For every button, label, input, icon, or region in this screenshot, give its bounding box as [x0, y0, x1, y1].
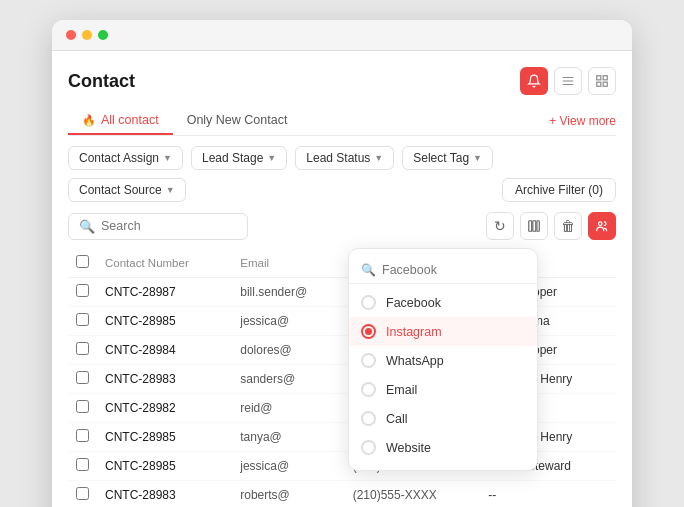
page-title: Contact: [68, 71, 135, 92]
contact-tabs: 🔥 All contact Only New Contact + View mo…: [68, 107, 616, 136]
notification-button[interactable]: [520, 67, 548, 95]
row-checkbox[interactable]: [76, 342, 89, 355]
grid-view-button[interactable]: [588, 67, 616, 95]
col-contact-number: Contact Number: [97, 248, 232, 278]
contact-number-cell: CNTC-28983: [97, 365, 232, 394]
app-window: Contact: [52, 20, 632, 507]
contact-number-cell: CNTC-28985: [97, 307, 232, 336]
dropdown-item-label: WhatsApp: [386, 354, 444, 368]
contact-number-cell: CNTC-28985: [97, 423, 232, 452]
table-wrapper: Contact Number Email Phone Assign To CNT…: [68, 248, 616, 507]
minimize-dot[interactable]: [82, 30, 92, 40]
chevron-down-icon: ▼: [163, 153, 172, 163]
filters-bar: Contact Assign ▼ Lead Stage ▼ Lead Statu…: [68, 146, 616, 202]
refresh-button[interactable]: ↻: [486, 212, 514, 240]
table-row: CNTC-28983 roberts@ (210)555-XXXX --: [68, 481, 616, 508]
assign-cell: --: [480, 481, 616, 508]
row-checkbox[interactable]: [76, 313, 89, 326]
dropdown-item-facebook[interactable]: Facebook: [349, 288, 537, 317]
view-more-link[interactable]: + View more: [549, 114, 616, 128]
filter-columns-button[interactable]: [520, 212, 548, 240]
dropdown-item-label: Facebook: [386, 296, 441, 310]
lead-stage-filter[interactable]: Lead Stage ▼: [191, 146, 287, 170]
dropdown-item-label: Email: [386, 383, 417, 397]
toolbar: 🔍 ↻ 🗑: [68, 212, 616, 240]
tab-all-contact[interactable]: 🔥 All contact: [68, 107, 173, 135]
dropdown-item-call[interactable]: Call: [349, 404, 537, 433]
dropdown-item-whatsapp[interactable]: WhatsApp: [349, 346, 537, 375]
maximize-dot[interactable]: [98, 30, 108, 40]
titlebar: [52, 20, 632, 51]
contact-number-cell: CNTC-28983: [97, 481, 232, 508]
chevron-down-icon: ▼: [374, 153, 383, 163]
bell-icon: [527, 74, 541, 88]
contact-assign-filter[interactable]: Contact Assign ▼: [68, 146, 183, 170]
svg-rect-5: [597, 82, 601, 86]
select-all-checkbox[interactable]: [76, 255, 89, 268]
radio-circle: [361, 411, 376, 426]
contact-source-dropdown: 🔍 Facebook Instagram WhatsApp Email Call: [348, 248, 538, 471]
row-checkbox[interactable]: [76, 429, 89, 442]
email-cell: bill.sender@: [232, 278, 344, 307]
dropdown-item-instagram[interactable]: Instagram: [349, 317, 537, 346]
svg-point-10: [599, 222, 603, 226]
radio-circle: [361, 324, 376, 339]
email-cell: roberts@: [232, 481, 344, 508]
contact-number-cell: CNTC-28984: [97, 336, 232, 365]
email-cell: tanya@: [232, 423, 344, 452]
email-cell: reid@: [232, 394, 344, 423]
search-box: 🔍: [68, 213, 248, 240]
lead-status-filter[interactable]: Lead Status ▼: [295, 146, 394, 170]
svg-rect-3: [597, 76, 601, 80]
svg-rect-4: [603, 76, 607, 80]
phone-cell: (210)555-XXXX: [345, 481, 481, 508]
row-checkbox[interactable]: [76, 400, 89, 413]
radio-circle: [361, 295, 376, 310]
svg-rect-9: [537, 221, 539, 232]
contact-number-cell: CNTC-28987: [97, 278, 232, 307]
row-checkbox[interactable]: [76, 284, 89, 297]
svg-rect-6: [603, 82, 607, 86]
email-cell: jessica@: [232, 452, 344, 481]
tab-new-contact[interactable]: Only New Contact: [173, 107, 302, 135]
delete-button[interactable]: 🗑: [554, 212, 582, 240]
archive-filter-button[interactable]: Archive Filter (0): [502, 178, 616, 202]
list-view-button[interactable]: [554, 67, 582, 95]
grid-icon: [595, 74, 609, 88]
svg-rect-8: [533, 221, 536, 232]
close-dot[interactable]: [66, 30, 76, 40]
dropdown-search: 🔍: [349, 257, 537, 284]
dropdown-search-input[interactable]: [382, 263, 525, 277]
radio-circle: [361, 440, 376, 455]
header-icons: [520, 67, 616, 95]
contact-number-cell: CNTC-28982: [97, 394, 232, 423]
columns-icon: [527, 219, 541, 233]
toolbar-right: ↻ 🗑: [486, 212, 616, 240]
col-email: Email: [232, 248, 344, 278]
radio-circle: [361, 382, 376, 397]
email-cell: sanders@: [232, 365, 344, 394]
search-icon: 🔍: [79, 219, 95, 234]
add-contact-button[interactable]: [588, 212, 616, 240]
chevron-down-icon: ▼: [166, 185, 175, 195]
dropdown-search-icon: 🔍: [361, 263, 376, 277]
contact-number-cell: CNTC-28985: [97, 452, 232, 481]
select-tag-filter[interactable]: Select Tag ▼: [402, 146, 493, 170]
row-checkbox[interactable]: [76, 371, 89, 384]
row-checkbox[interactable]: [76, 458, 89, 471]
contact-source-filter[interactable]: Contact Source ▼: [68, 178, 186, 202]
radio-circle: [361, 353, 376, 368]
dropdown-item-label: Call: [386, 412, 408, 426]
dropdown-item-website[interactable]: Website: [349, 433, 537, 462]
dropdown-item-label: Instagram: [386, 325, 442, 339]
fire-icon: 🔥: [82, 114, 96, 127]
svg-rect-7: [529, 221, 532, 232]
search-input[interactable]: [101, 219, 237, 233]
dropdown-item-email[interactable]: Email: [349, 375, 537, 404]
chevron-down-icon: ▼: [267, 153, 276, 163]
page-header: Contact: [68, 67, 616, 95]
email-cell: jessica@: [232, 307, 344, 336]
row-checkbox[interactable]: [76, 487, 89, 500]
list-icon: [561, 74, 575, 88]
add-user-icon: [595, 219, 609, 233]
